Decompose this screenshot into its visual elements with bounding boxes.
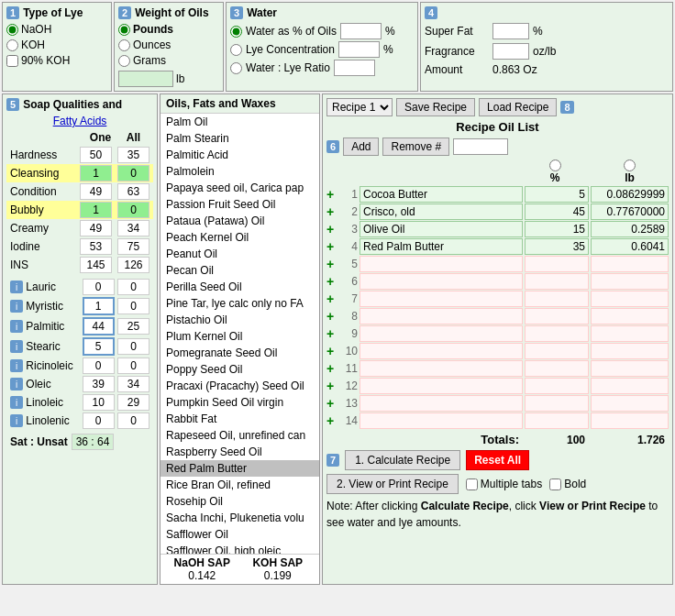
pct-8[interactable] (525, 308, 589, 324)
oil-name-7[interactable] (360, 291, 523, 307)
info-lauric-btn[interactable]: i (10, 280, 23, 293)
oil-item-palm-stearin[interactable]: Palm Stearin (160, 130, 319, 147)
lb-1[interactable] (591, 186, 669, 203)
oil-item-palm-oil[interactable]: Palm Oil (160, 114, 319, 130)
pct-13[interactable] (525, 395, 589, 412)
oil-name-9[interactable] (360, 325, 523, 342)
oil-name-8[interactable] (360, 308, 523, 324)
lb-6[interactable] (591, 273, 669, 290)
weight-ounces-radio[interactable] (118, 39, 130, 51)
oil-item-peach-kernel[interactable]: Peach Kernel Oil (160, 229, 319, 246)
oil-item-palmolein[interactable]: Palmolein (160, 163, 319, 180)
lb-13[interactable] (591, 395, 669, 412)
oil-item-rabbit-fat[interactable]: Rabbit Fat (160, 411, 319, 427)
lb-10[interactable] (591, 343, 669, 359)
oils-scroll[interactable]: Palm Oil Palm Stearin Palmitic Acid Palm… (160, 114, 319, 554)
oil-name-10[interactable] (360, 343, 523, 359)
multi-tabs-checkbox[interactable] (466, 478, 478, 490)
remove-num-input[interactable] (453, 138, 508, 155)
oil-name-13[interactable] (360, 395, 523, 412)
lb-5[interactable] (591, 256, 669, 272)
lye-90koh-checkbox[interactable] (6, 55, 18, 67)
oil-item-sacha-inchi[interactable]: Sacha Inchi, Plukenetia volu (160, 510, 319, 526)
oil-item-rapeseed[interactable]: Rapeseed Oil, unrefined can (160, 427, 319, 444)
plus-2[interactable]: + (326, 204, 339, 219)
lb-8[interactable] (591, 308, 669, 324)
info-palmitic-btn[interactable]: i (10, 320, 23, 333)
pct-7[interactable] (525, 291, 589, 307)
plus-9[interactable]: + (326, 326, 339, 341)
lb-14[interactable] (591, 412, 669, 429)
plus-4[interactable]: + (326, 239, 339, 254)
water-pct-radio[interactable] (230, 26, 242, 38)
lb-9[interactable] (591, 325, 669, 342)
plus-6[interactable]: + (326, 274, 339, 289)
oil-item-safflower-high[interactable]: Safflower Oil, high oleic (160, 543, 319, 554)
weight-value-input[interactable]: 1.726 (118, 71, 173, 87)
water-conc-radio[interactable] (230, 44, 242, 56)
oil-name-5[interactable] (360, 256, 523, 272)
pct-9[interactable] (525, 325, 589, 342)
add-oil-button[interactable]: Add (343, 138, 379, 156)
oil-item-plum-kernel[interactable]: Plum Kernel Oil (160, 328, 319, 345)
plus-1[interactable]: + (326, 187, 339, 202)
oil-item-pumpkin[interactable]: Pumpkin Seed Oil virgin (160, 394, 319, 411)
sf-fragrance-input[interactable]: 0.5 (492, 43, 529, 60)
plus-12[interactable]: + (326, 379, 339, 393)
water-pct-input[interactable]: 38 (340, 23, 382, 39)
remove-oil-button[interactable]: Remove # (382, 138, 449, 156)
oil-item-pataua[interactable]: Pataua (Patawa) Oil (160, 213, 319, 229)
info-oleic-btn[interactable]: i (10, 378, 23, 390)
water-ratio-radio[interactable] (230, 62, 242, 74)
weight-grams-radio[interactable] (118, 55, 130, 67)
pct-14[interactable] (525, 412, 589, 429)
oil-item-palmitic-acid[interactable]: Palmitic Acid (160, 147, 319, 163)
oil-item-poppy[interactable]: Poppy Seed Oil (160, 361, 319, 378)
oil-item-pecan[interactable]: Pecan Oil (160, 262, 319, 279)
pct-1[interactable] (525, 186, 589, 203)
weight-pounds-radio[interactable] (118, 24, 130, 36)
oil-name-1[interactable] (360, 186, 523, 203)
water-ratio-input[interactable] (334, 60, 375, 76)
oil-name-2[interactable] (360, 204, 523, 220)
plus-7[interactable]: + (326, 292, 339, 306)
plus-14[interactable]: + (326, 413, 339, 428)
info-myristic-btn[interactable]: i (10, 300, 23, 313)
plus-10[interactable]: + (326, 344, 339, 358)
oil-item-pracaxi[interactable]: Pracaxi (Pracachy) Seed Oil (160, 378, 319, 394)
lb-3[interactable] (591, 221, 669, 237)
water-conc-input[interactable] (338, 41, 380, 58)
oil-name-4[interactable] (360, 238, 523, 255)
info-linolenic-btn[interactable]: i (10, 414, 23, 427)
oil-name-6[interactable] (360, 273, 523, 290)
info-stearic-btn[interactable]: i (10, 340, 23, 353)
pct-4[interactable] (525, 238, 589, 255)
oil-item-safflower[interactable]: Safflower Oil (160, 526, 319, 543)
oil-item-papaya[interactable]: Papaya seed oil, Carica pap (160, 180, 319, 196)
lb-11[interactable] (591, 360, 669, 377)
plus-3[interactable]: + (326, 222, 339, 236)
pct-3[interactable] (525, 221, 589, 237)
lb-radio[interactable] (624, 160, 636, 171)
info-ricinoleic-btn[interactable]: i (10, 359, 23, 372)
view-print-button[interactable]: 2. View or Print Recipe (326, 474, 459, 494)
oil-name-12[interactable] (360, 378, 523, 394)
lb-2[interactable] (591, 204, 669, 220)
recipe-select[interactable]: Recipe 1 (326, 98, 393, 116)
pct-10[interactable] (525, 343, 589, 359)
lye-naoh-radio[interactable] (6, 24, 18, 36)
oil-item-pistachio[interactable]: Pistachio Oil (160, 312, 319, 328)
oil-item-pine-tar[interactable]: Pine Tar, lye calc only no FA (160, 295, 319, 312)
calc-recipe-button[interactable]: 1. Calculate Recipe (345, 450, 460, 470)
lb-12[interactable] (591, 378, 669, 394)
oil-item-passion-fruit[interactable]: Passion Fruit Seed Oil (160, 196, 319, 213)
lye-koh-radio[interactable] (6, 39, 18, 51)
lb-7[interactable] (591, 291, 669, 307)
plus-11[interactable]: + (326, 361, 339, 376)
oil-item-perilla[interactable]: Perilla Seed Oil (160, 279, 319, 295)
plus-8[interactable]: + (326, 309, 339, 324)
load-recipe-button[interactable]: Load Recipe (479, 98, 557, 116)
oil-item-peanut[interactable]: Peanut Oil (160, 246, 319, 262)
oil-item-pomegranate[interactable]: Pomegranate Seed Oil (160, 345, 319, 361)
bold-checkbox[interactable] (549, 478, 561, 490)
